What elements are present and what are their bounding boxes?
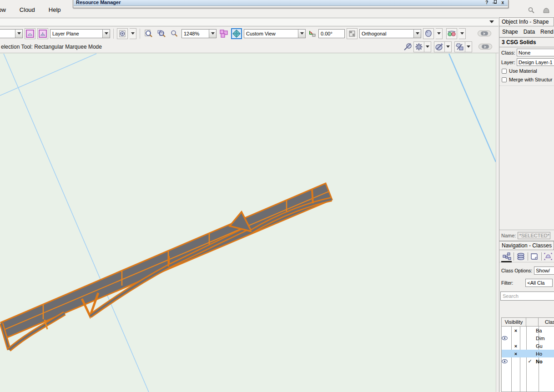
- invisible-x-icon[interactable]: ×: [512, 328, 520, 333]
- eye-icon[interactable]: [502, 359, 512, 363]
- invisible-x-icon[interactable]: ×: [512, 351, 520, 357]
- class-combo[interactable]: None: [517, 49, 554, 56]
- modebar-overflow-button[interactable]: [478, 44, 492, 50]
- tool-mode-text: election Tool: Rectangular Marquee Mode: [1, 44, 102, 50]
- tab-data[interactable]: Data: [521, 27, 538, 36]
- class-name[interactable]: Ba: [534, 328, 542, 333]
- working-plane-icon[interactable]: [37, 28, 48, 39]
- close-icon[interactable]: x: [501, 0, 504, 5]
- tool-preferences-arrow-icon[interactable]: [424, 41, 431, 52]
- zoom-level-arrow-icon[interactable]: [209, 30, 216, 38]
- class-name[interactable]: Dim: [534, 336, 545, 341]
- filter-label: Filter:: [501, 280, 513, 286]
- classes-mode-icon[interactable]: [501, 251, 513, 262]
- resource-manager-title: Resource Manager: [74, 0, 121, 5]
- object-info-body: [499, 85, 554, 230]
- tab-render[interactable]: Rend: [538, 27, 554, 36]
- search-icon[interactable]: [528, 7, 535, 14]
- class-name[interactable]: Gu: [534, 343, 543, 349]
- saved-views-arrow-icon[interactable]: [15, 30, 22, 38]
- menu-help[interactable]: Help: [48, 5, 62, 16]
- object-info-palette-header[interactable]: Object Info - Shape: [499, 17, 554, 26]
- menu-window[interactable]: dow: [0, 5, 7, 16]
- viewbar-overflow-button[interactable]: [478, 30, 491, 36]
- shape-mode-icon[interactable]: [454, 41, 465, 52]
- stereo-glasses-icon[interactable]: [446, 28, 457, 39]
- view-bar: Layer Plane 1248% Custom View: [0, 26, 499, 40]
- class-name[interactable]: Ho: [534, 351, 542, 357]
- rotation-field[interactable]: 0.00°: [318, 29, 345, 38]
- filter-combo[interactable]: <All Cla: [525, 279, 553, 287]
- construction-line-right: [449, 54, 496, 162]
- help-button[interactable]: ?: [485, 0, 488, 5]
- object-info-tabs: Shape Data Rend: [499, 26, 554, 37]
- viewports-mode-icon[interactable]: [543, 251, 554, 262]
- stereo-glasses-arrow-icon[interactable]: [459, 28, 466, 39]
- class-table-header: Visibility Class: [502, 318, 554, 327]
- search-input[interactable]: Search: [500, 291, 554, 301]
- class-options-combo[interactable]: Show/: [534, 266, 554, 275]
- attribute-mode-arrow-icon[interactable]: [445, 41, 452, 52]
- fit-to-objects-zoom-icon[interactable]: [156, 28, 167, 39]
- class-name[interactable]: No: [534, 359, 543, 364]
- class-row-ho[interactable]: ×Ho: [502, 350, 554, 357]
- construction-line-left: [0, 54, 96, 95]
- layers-mode-icon[interactable]: [515, 251, 526, 262]
- class-table-body: ×BaDim×Gu×Ho✓No: [502, 327, 554, 392]
- current-view-arrow-icon[interactable]: [298, 30, 305, 38]
- merge-structure-label: Merge with Structur: [509, 77, 552, 82]
- fit-to-page-zoom-icon[interactable]: [143, 28, 154, 39]
- class-row: Class: None: [499, 48, 554, 57]
- sheet-layers-mode-icon[interactable]: [529, 251, 540, 262]
- bell-icon[interactable]: [542, 6, 550, 15]
- view-panes-icon[interactable]: [218, 28, 229, 39]
- zoom-tool-icon[interactable]: [169, 28, 180, 39]
- name-field[interactable]: *SELECTED*: [518, 232, 550, 239]
- active-plane-combo[interactable]: Layer Plane: [50, 29, 110, 38]
- layer-combo[interactable]: Design Layer-1: [517, 58, 554, 66]
- reference-mode-icon[interactable]: [117, 28, 128, 39]
- visibility-column-header[interactable]: Visibility: [502, 318, 526, 326]
- navigation-palette-header[interactable]: Navigation - Classes: [499, 241, 554, 250]
- projection-arrow-icon[interactable]: [413, 30, 421, 38]
- tab-shape[interactable]: Shape: [499, 27, 521, 36]
- active-plane-arrow-icon[interactable]: [102, 30, 110, 38]
- shape-mode-arrow-icon[interactable]: [465, 41, 472, 52]
- class-row-ba[interactable]: ×Ba: [502, 327, 554, 334]
- saved-views-combo[interactable]: [0, 29, 23, 38]
- bridge-model: [0, 53, 496, 392]
- attribute-mode-icon[interactable]: [434, 41, 445, 52]
- class-row-gu[interactable]: ×Gu: [502, 342, 554, 350]
- resource-manager-window[interactable]: Resource Manager ? x: [73, 0, 509, 8]
- active-class-check-icon[interactable]: ✓: [526, 358, 534, 364]
- layer-plane-icon[interactable]: [25, 28, 35, 39]
- menu-cloud[interactable]: Cloud: [19, 5, 36, 16]
- use-material-checkbox[interactable]: [502, 69, 507, 74]
- invisible-x-icon[interactable]: ×: [512, 343, 520, 349]
- layer-options-icon[interactable]: [347, 28, 358, 39]
- plane-rotation-icon[interactable]: [307, 28, 317, 39]
- projection-combo[interactable]: Orthogonal: [359, 29, 421, 38]
- right-panel: Object Info - Shape Shape Data Rend 3 CS…: [499, 17, 554, 392]
- tool-preferences-gear-icon[interactable]: [413, 41, 424, 52]
- resource-manager-titlebar[interactable]: Resource Manager ? x: [74, 0, 508, 6]
- pin-icon[interactable]: [493, 0, 497, 5]
- class-row-dim[interactable]: Dim: [502, 334, 554, 342]
- current-view-combo[interactable]: Custom View: [244, 29, 306, 38]
- layer-row: Layer: Design Layer-1: [499, 58, 554, 66]
- reference-mode-arrow-icon[interactable]: [130, 28, 136, 39]
- class-column-header[interactable]: Class: [539, 318, 554, 326]
- class-row-no[interactable]: ✓No: [502, 357, 554, 365]
- drawing-canvas[interactable]: [0, 53, 496, 392]
- unified-view-icon[interactable]: [231, 28, 242, 39]
- eye-icon[interactable]: [502, 336, 512, 340]
- merge-structure-checkbox[interactable]: [502, 77, 507, 82]
- bridge-structure[interactable]: [1, 183, 332, 350]
- zoom-level-combo[interactable]: 1248%: [181, 29, 217, 38]
- selection-summary: 3 CSG Solids: [499, 37, 554, 47]
- tab-overflow-icon[interactable]: [489, 20, 494, 23]
- interactive-scaling-icon[interactable]: [403, 41, 413, 52]
- spacer-column-header: [526, 318, 539, 326]
- render-mode-arrow-icon[interactable]: [436, 28, 443, 39]
- render-mode-icon[interactable]: [423, 28, 434, 39]
